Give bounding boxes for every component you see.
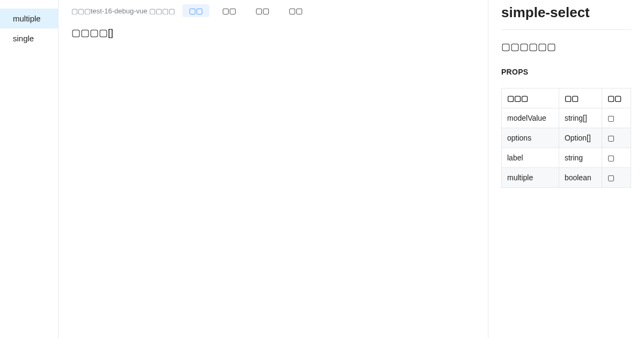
- result-value: []: [108, 27, 113, 38]
- table-header-type: ▢▢: [559, 89, 602, 108]
- tab-1[interactable]: ▢▢: [216, 4, 243, 17]
- prop-type: Option[]: [559, 128, 602, 148]
- breadcrumb: ▢▢▢test-16-debug-vue ▢▢▢▢: [71, 7, 175, 15]
- prop-type: string: [559, 148, 602, 168]
- prop-note: ▢: [602, 148, 631, 168]
- table-header-row: ▢▢▢ ▢▢ ▢▢: [502, 89, 631, 108]
- table-row: multiple boolean ▢: [502, 168, 631, 188]
- main-panel: ▢▢▢test-16-debug-vue ▢▢▢▢ ▢▢ ▢▢ ▢▢ ▢▢ ▢▢…: [58, 0, 488, 338]
- horizontal-rule: [501, 30, 631, 30]
- right-panel: simple-select ▢▢▢▢▢▢ PROPS ▢▢▢ ▢▢ ▢▢ mod…: [488, 0, 644, 338]
- prop-name: modelValue: [502, 108, 559, 128]
- sidebar-item-multiple[interactable]: multiple: [0, 9, 58, 28]
- table-header-name: ▢▢▢: [502, 89, 559, 108]
- tabs: ▢▢ ▢▢ ▢▢ ▢▢: [182, 4, 309, 17]
- table-row: modelValue string[] ▢: [502, 108, 631, 128]
- prop-note: ▢: [602, 108, 631, 128]
- sidebar-item-single[interactable]: single: [0, 28, 58, 48]
- result-line: ▢▢▢▢[]: [71, 27, 475, 39]
- sidebar-item-label: multiple: [13, 14, 41, 23]
- prop-note: ▢: [602, 128, 631, 148]
- prop-name: label: [502, 148, 559, 168]
- tab-0[interactable]: ▢▢: [182, 4, 209, 17]
- tab-3[interactable]: ▢▢: [282, 4, 309, 17]
- breadcrumb-row: ▢▢▢test-16-debug-vue ▢▢▢▢ ▢▢ ▢▢ ▢▢ ▢▢: [71, 4, 475, 17]
- subtitle: ▢▢▢▢▢▢: [501, 41, 631, 53]
- result-prefix: ▢▢▢▢: [71, 27, 108, 38]
- prop-type: string[]: [559, 108, 602, 128]
- table-row: label string ▢: [502, 148, 631, 168]
- tab-2[interactable]: ▢▢: [249, 4, 276, 17]
- prop-name: options: [502, 128, 559, 148]
- prop-name: multiple: [502, 168, 559, 188]
- page-title: simple-select: [501, 4, 631, 21]
- table-header-note: ▢▢: [602, 89, 631, 108]
- props-heading: PROPS: [501, 68, 631, 76]
- table-row: options Option[] ▢: [502, 128, 631, 148]
- sidebar: multiple single: [0, 0, 58, 338]
- prop-note: ▢: [602, 168, 631, 188]
- sidebar-item-label: single: [13, 34, 34, 43]
- props-table: ▢▢▢ ▢▢ ▢▢ modelValue string[] ▢ options …: [501, 88, 631, 188]
- prop-type: boolean: [559, 168, 602, 188]
